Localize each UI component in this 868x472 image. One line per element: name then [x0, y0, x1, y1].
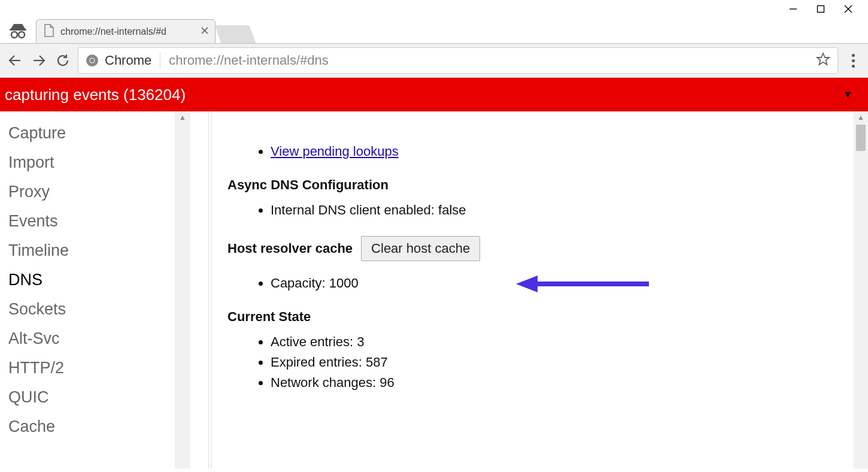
forward-button[interactable] [30, 52, 48, 69]
sidebar: Capture Import Proxy Events Timeline DNS… [0, 111, 190, 468]
capture-status-text: capturing events (136204) [5, 86, 186, 104]
sidebar-item-sockets[interactable]: Sockets [8, 295, 190, 324]
sidebar-item-label: Capture [8, 124, 66, 142]
capture-status-bar[interactable]: capturing events (136204) ▼ [0, 78, 868, 111]
scroll-up-arrow-icon[interactable]: ▲ [854, 111, 868, 123]
svg-point-5 [11, 32, 17, 38]
sidebar-item-label: HTTP/2 [8, 359, 64, 377]
window-maximize-button[interactable] [807, 0, 834, 18]
window-close-button[interactable] [834, 0, 862, 18]
view-pending-lookups-link[interactable]: View pending lookups [271, 144, 399, 159]
svg-rect-1 [818, 6, 824, 13]
sidebar-item-label: Timeline [8, 241, 69, 259]
sidebar-item-capture[interactable]: Capture [8, 119, 190, 148]
browser-toolbar: Chrome chrome://net-internals/#dns [0, 43, 868, 78]
file-icon [44, 24, 54, 40]
back-button[interactable] [6, 52, 24, 69]
async-dns-status: Internal DNS client enabled: false [271, 200, 844, 220]
clear-host-cache-button[interactable]: Clear host cache [361, 236, 480, 261]
browser-menu-button[interactable] [844, 54, 862, 68]
browser-tab[interactable]: chrome://net-internals/#d [36, 19, 216, 43]
sidebar-container: Capture Import Proxy Events Timeline DNS… [0, 111, 208, 468]
sidebar-item-dns[interactable]: DNS [8, 265, 190, 295]
host-resolver-heading: Host resolver cache [227, 241, 353, 256]
svg-marker-15 [817, 53, 829, 65]
scroll-up-arrow-icon[interactable]: ▲ [175, 111, 190, 123]
async-dns-heading: Async DNS Configuration [227, 177, 844, 193]
sidebar-item-label: Cache [8, 417, 55, 435]
sidebar-item-label: Alt-Svc [8, 329, 60, 347]
sidebar-item-http2[interactable]: HTTP/2 [8, 353, 190, 383]
origin-chip: Chrome [86, 53, 151, 68]
dropdown-triangle-icon[interactable]: ▼ [843, 89, 852, 100]
origin-chip-label: Chrome [105, 53, 151, 68]
tab-title: chrome://net-internals/#d [60, 26, 166, 37]
window-minimize-button[interactable] [779, 0, 807, 18]
sidebar-item-import[interactable]: Import [8, 148, 190, 177]
expired-entries-value: Expired entries: 587 [271, 352, 844, 373]
bookmark-star-icon[interactable] [816, 52, 830, 69]
sidebar-item-timeline[interactable]: Timeline [8, 236, 190, 265]
divider [160, 52, 160, 69]
capacity-value: Capacity: 1000 [271, 273, 844, 294]
sidebar-scrollbar[interactable]: ▲ [175, 111, 190, 468]
sidebar-item-proxy[interactable]: Proxy [8, 177, 190, 207]
main-scrollbar[interactable]: ▲ [854, 111, 868, 468]
sidebar-item-events[interactable]: Events [8, 207, 190, 236]
active-entries-value: Active entries: 3 [271, 332, 844, 352]
chrome-icon [86, 54, 99, 67]
address-bar[interactable]: Chrome chrome://net-internals/#dns [78, 47, 838, 74]
svg-point-6 [19, 32, 25, 38]
incognito-icon [0, 22, 36, 43]
new-tab-button[interactable] [215, 25, 256, 43]
sidebar-item-label: QUIC [8, 388, 49, 406]
sidebar-item-label: Events [8, 212, 58, 230]
svg-point-14 [90, 59, 95, 63]
tab-close-icon[interactable] [201, 26, 209, 37]
sidebar-item-label: DNS [8, 271, 43, 289]
svg-rect-4 [10, 29, 26, 31]
sidebar-item-label: Import [8, 153, 54, 171]
current-state-heading: Current State [227, 309, 844, 325]
content-area: Capture Import Proxy Events Timeline DNS… [0, 111, 868, 468]
scrollbar-thumb[interactable] [856, 125, 866, 151]
sidebar-item-altsvc[interactable]: Alt-Svc [8, 324, 190, 353]
reload-button[interactable] [54, 52, 72, 69]
main-panel: View pending lookups Async DNS Configura… [212, 111, 868, 468]
tab-strip: chrome://net-internals/#d [0, 17, 868, 43]
sidebar-item-label: Proxy [8, 183, 50, 201]
url-text: chrome://net-internals/#dns [169, 53, 808, 68]
sidebar-item-cache[interactable]: Cache [8, 412, 190, 441]
sidebar-item-label: Sockets [8, 300, 66, 318]
network-changes-value: Network changes: 96 [271, 373, 844, 393]
sidebar-item-quic[interactable]: QUIC [8, 383, 190, 412]
